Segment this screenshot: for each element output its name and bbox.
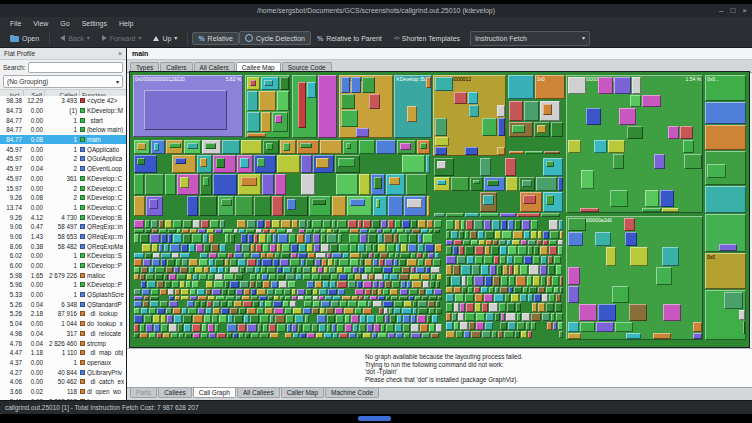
treemap-cell[interactable] bbox=[341, 94, 356, 109]
treemap-cell[interactable] bbox=[521, 240, 527, 245]
treemap-cell[interactable] bbox=[526, 322, 530, 330]
treemap-cell[interactable] bbox=[485, 231, 494, 239]
treemap-cell[interactable] bbox=[209, 253, 218, 258]
treemap-cell[interactable] bbox=[485, 322, 493, 330]
treemap-cell[interactable] bbox=[418, 234, 423, 243]
treemap-cell[interactable] bbox=[326, 308, 334, 313]
treemap-cell[interactable] bbox=[446, 287, 453, 293]
treemap-cell[interactable] bbox=[549, 240, 557, 245]
treemap-cell[interactable] bbox=[180, 253, 189, 258]
treemap-cell[interactable] bbox=[225, 259, 229, 266]
treemap-cell[interactable] bbox=[360, 234, 367, 243]
treemap-cell[interactable] bbox=[486, 240, 491, 245]
treemap-cell[interactable] bbox=[372, 333, 377, 338]
treemap-block[interactable]: 0x0... bbox=[705, 75, 746, 101]
treemap-cell[interactable] bbox=[288, 281, 296, 288]
treemap-cell[interactable] bbox=[614, 77, 630, 94]
treemap-cell[interactable] bbox=[385, 259, 393, 266]
treemap-cell[interactable] bbox=[209, 333, 216, 338]
treemap-cell[interactable] bbox=[507, 240, 511, 245]
treemap-cell[interactable] bbox=[246, 267, 254, 272]
treemap-area[interactable] bbox=[445, 219, 564, 340]
treemap-block[interactable] bbox=[705, 151, 746, 185]
treemap-cell[interactable] bbox=[533, 256, 540, 264]
treemap-cell[interactable] bbox=[134, 308, 140, 313]
treemap-cell[interactable] bbox=[626, 333, 642, 339]
treemap-cell[interactable] bbox=[320, 308, 325, 313]
treemap-cell[interactable] bbox=[174, 267, 179, 272]
treemap-cell[interactable] bbox=[173, 308, 182, 313]
table-row[interactable]: 84.730.00(1)KDevelop::M bbox=[0, 106, 126, 116]
treemap-cell[interactable] bbox=[192, 281, 199, 288]
treemap-cell[interactable] bbox=[332, 253, 342, 258]
treemap-cell[interactable] bbox=[224, 274, 234, 280]
treemap-cell[interactable] bbox=[241, 234, 247, 243]
treemap-cell[interactable] bbox=[568, 140, 582, 152]
treemap-cell[interactable] bbox=[544, 151, 560, 154]
treemap-cell[interactable] bbox=[400, 143, 412, 151]
treemap-cell[interactable] bbox=[256, 229, 262, 234]
treemap-cell[interactable] bbox=[285, 296, 291, 301]
treemap-cell[interactable] bbox=[505, 158, 517, 175]
treemap-cell[interactable] bbox=[500, 287, 508, 293]
treemap-cell[interactable] bbox=[642, 208, 661, 213]
treemap-cell[interactable] bbox=[524, 231, 531, 239]
titlebar[interactable]: /home/sergsbot/Documents/GCS/screenshots… bbox=[0, 4, 752, 17]
treemap-cell[interactable] bbox=[396, 333, 403, 338]
treemap-cell[interactable] bbox=[568, 333, 581, 339]
treemap-cell[interactable] bbox=[280, 140, 297, 154]
treemap-block[interactable]: 0x00000000012 bbox=[433, 75, 506, 156]
treemap-cell[interactable] bbox=[549, 220, 558, 229]
treemap-cell[interactable] bbox=[195, 267, 203, 272]
treemap-cell[interactable] bbox=[235, 274, 244, 280]
treemap-cell[interactable] bbox=[272, 196, 283, 217]
treemap-cell[interactable] bbox=[484, 294, 493, 303]
treemap-cell[interactable] bbox=[134, 174, 144, 195]
menu-item-go[interactable]: Go bbox=[54, 19, 75, 28]
treemap-cell[interactable] bbox=[434, 289, 442, 295]
treemap-cell[interactable] bbox=[198, 229, 206, 234]
table-row[interactable]: 4.471.181 110_dl_map_obj bbox=[0, 348, 126, 358]
treemap-cell[interactable] bbox=[538, 287, 545, 293]
treemap-cell[interactable] bbox=[400, 253, 410, 258]
treemap-cell[interactable] bbox=[267, 234, 272, 243]
treemap-cell[interactable] bbox=[262, 274, 269, 280]
treemap-cell[interactable] bbox=[320, 140, 343, 154]
treemap-cell[interactable] bbox=[233, 333, 238, 338]
treemap-cell[interactable] bbox=[425, 259, 432, 266]
treemap-cell[interactable] bbox=[363, 333, 371, 338]
treemap-cell[interactable] bbox=[171, 333, 178, 338]
treemap-cell[interactable] bbox=[275, 115, 282, 123]
treemap-cell[interactable] bbox=[529, 287, 537, 293]
treemap-cell[interactable] bbox=[484, 256, 493, 264]
treemap-cell[interactable] bbox=[394, 259, 398, 266]
treemap-cell[interactable] bbox=[163, 333, 170, 338]
treemap-cell[interactable] bbox=[465, 246, 474, 255]
treemap-cell[interactable] bbox=[446, 322, 453, 330]
treemap-cell[interactable] bbox=[523, 287, 527, 293]
maximize-icon[interactable]: □ bbox=[730, 5, 735, 16]
treemap-cell[interactable] bbox=[355, 274, 361, 280]
treemap-cell[interactable] bbox=[187, 274, 192, 280]
treemap-cell[interactable] bbox=[341, 110, 359, 126]
treemap-cell[interactable] bbox=[225, 281, 230, 288]
treemap-cell[interactable] bbox=[166, 140, 184, 154]
treemap-cell[interactable] bbox=[331, 274, 339, 280]
treemap-cell[interactable] bbox=[238, 324, 247, 332]
treemap-cell[interactable] bbox=[179, 333, 184, 338]
treemap-cell[interactable] bbox=[390, 315, 396, 324]
treemap-cell[interactable] bbox=[316, 158, 329, 168]
treemap-cell[interactable] bbox=[668, 126, 679, 139]
treemap-cell[interactable] bbox=[267, 267, 276, 272]
treemap-cell[interactable] bbox=[437, 161, 446, 169]
treemap-cell[interactable] bbox=[258, 324, 262, 332]
treemap-cell[interactable] bbox=[291, 244, 298, 252]
treemap-cell[interactable] bbox=[404, 196, 427, 217]
treemap-cell[interactable] bbox=[451, 276, 461, 286]
treemap-cell[interactable] bbox=[187, 196, 198, 217]
treemap-cell[interactable] bbox=[434, 158, 454, 175]
treemap-cell[interactable] bbox=[251, 244, 256, 252]
treemap-cell[interactable] bbox=[149, 267, 155, 272]
treemap-cell[interactable] bbox=[546, 303, 554, 312]
treemap-cell[interactable] bbox=[174, 315, 181, 324]
